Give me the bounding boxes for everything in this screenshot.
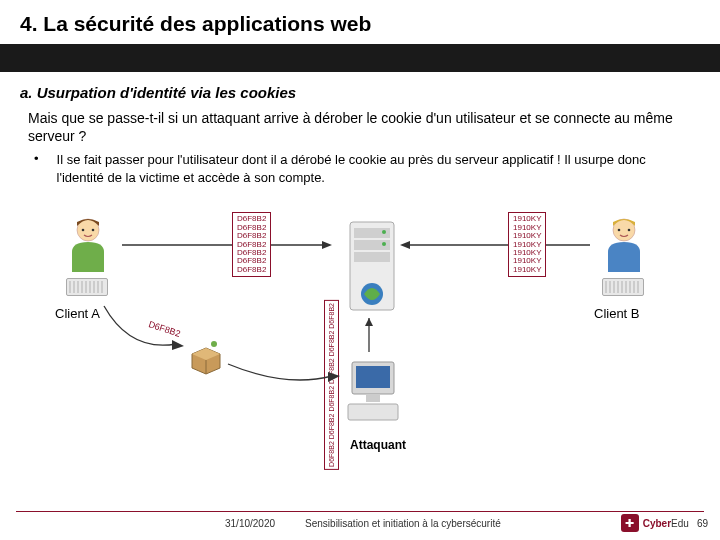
header-band (0, 48, 720, 72)
attacker-label: Attaquant (350, 438, 406, 452)
svg-point-1 (82, 229, 85, 232)
footer-logo: ✚ CyberEdu (621, 514, 689, 532)
page-number: 69 (697, 518, 708, 529)
computer-icon (342, 360, 404, 434)
footer-date: 31/10/2020 (225, 518, 275, 529)
package-icon (186, 336, 226, 380)
svg-marker-23 (172, 340, 184, 350)
svg-point-15 (382, 242, 386, 246)
shield-icon: ✚ (621, 514, 639, 532)
footer-title: Sensibilisation et initiation à la cyber… (305, 518, 501, 529)
svg-point-6 (618, 229, 621, 232)
user-icon (64, 216, 112, 276)
keyboard-icon (66, 278, 108, 296)
svg-point-27 (211, 341, 217, 347)
user-icon (600, 216, 648, 276)
svg-rect-22 (348, 404, 398, 420)
svg-marker-4 (322, 241, 332, 249)
svg-point-7 (628, 229, 631, 232)
svg-rect-21 (366, 394, 380, 402)
svg-point-14 (382, 230, 386, 234)
cookie-a-box: D6F8B2D6F8B2 D6F8B2D6F8B2 D6F8B2D6F8B2 D… (232, 212, 271, 277)
diagram: Client A D6F8B2D6F8B2 D6F8B2D6F8B2 D6F8B… (0, 190, 720, 480)
arrow-icon (362, 318, 376, 362)
bullet-text: Il se fait passer pour l'utilisateur don… (57, 151, 692, 186)
svg-marker-28 (328, 372, 340, 382)
client-b-label: Client B (594, 306, 640, 321)
svg-marker-18 (365, 318, 373, 326)
client-a-label: Client A (55, 306, 100, 321)
cookie-b-box: 1910KY1910KY 1910KY1910KY 1910KY1910KY 1… (508, 212, 546, 277)
svg-rect-13 (354, 252, 390, 262)
bullet-marker: • (34, 151, 39, 186)
page-title: 4. La sécurité des applications web (20, 12, 700, 36)
section-subtitle: a. Usurpation d'identité via les cookies (20, 84, 700, 101)
arrow-icon (400, 238, 590, 252)
footer-rule (16, 511, 704, 512)
keyboard-icon (602, 278, 644, 296)
arrow-icon (226, 360, 342, 390)
server-icon (342, 220, 402, 324)
svg-point-2 (92, 229, 95, 232)
svg-rect-20 (356, 366, 390, 388)
arrow-icon (122, 238, 332, 252)
footer: 31/10/2020 Sensibilisation et initiation… (0, 514, 720, 532)
intro-question: Mais que se passe-t-il si un attaquant a… (28, 109, 692, 145)
